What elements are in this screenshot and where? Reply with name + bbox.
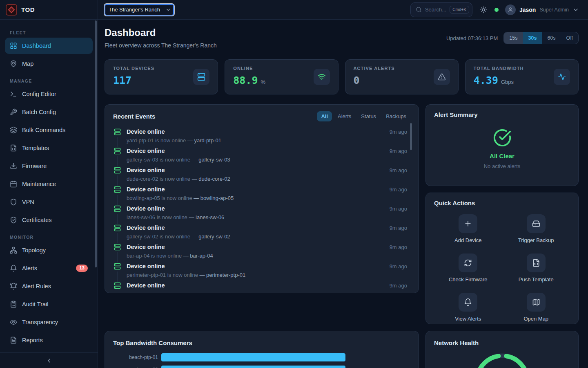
quick-action-push-template[interactable]: Push Template (502, 254, 570, 283)
event-title: Device online (127, 224, 384, 232)
quick-action-check-firmware[interactable]: Check Firmware (434, 254, 502, 283)
event-row[interactable]: Device onlinegallery-sw-02 is now online… (113, 224, 407, 240)
sidebar-item-map[interactable]: Map (5, 56, 93, 72)
sidebar-collapse-button[interactable] (0, 352, 98, 368)
global-search[interactable]: Search... Cmd+K (410, 2, 472, 17)
file-text-icon (10, 337, 17, 344)
site-selector-wrap: The Stranger's Ranch (105, 4, 174, 16)
events-tab-alerts[interactable]: Alerts (334, 111, 355, 121)
refresh-option-60s[interactable]: 60s (542, 32, 561, 44)
event-row[interactable]: Device onlineperimeter-ptp-01 is now onl… (113, 263, 407, 278)
sidebar-scrollbar-thumb[interactable] (95, 20, 97, 267)
refresh-option-15s[interactable]: 15s (504, 32, 523, 44)
quick-action-label: Trigger Backup (518, 237, 554, 243)
download-icon (10, 162, 17, 170)
page-header: Dashboard Fleet overview across The Stra… (105, 27, 579, 49)
sidebar-item-certificates[interactable]: Certificates (5, 212, 93, 228)
user-menu[interactable]: Jason Super Admin (505, 4, 579, 15)
network-icon (10, 247, 17, 254)
layout-grid-icon (10, 42, 17, 49)
sidebar-item-reports[interactable]: Reports (5, 332, 93, 348)
event-title: Device online (127, 205, 384, 213)
event-row[interactable]: Device onlinedude-core-02 is now online … (113, 166, 407, 182)
terminal-icon (10, 90, 17, 98)
sidebar-item-bulk-commands[interactable]: Bulk Commands (5, 122, 93, 138)
main-content: Dashboard Fleet overview across The Stra… (98, 20, 588, 368)
content-grid: Recent Events AllAlertsStatusBackups Dev… (105, 104, 579, 368)
theme-toggle-button[interactable] (479, 5, 488, 14)
layers-icon (10, 126, 17, 134)
event-subtitle: lanes-sw-06 is now online — lanes-sw-06 (127, 214, 384, 221)
refresh-option-off[interactable]: Off (561, 32, 578, 44)
server-icon (113, 128, 121, 137)
sidebar-item-alert-rules[interactable]: Alert Rules (5, 278, 93, 294)
sidebar-item-label: Certificates (22, 217, 52, 223)
sidebar-item-label: Bulk Commands (22, 127, 65, 133)
clipboard-list-icon (10, 301, 17, 308)
stat-value: 0 (354, 74, 360, 86)
event-row[interactable]: Device onlinelanes-sw-06 is now online —… (113, 205, 407, 221)
sidebar-item-label: Audit Trail (22, 301, 48, 307)
event-timestamp: 9m ago (390, 205, 407, 221)
quick-action-label: Open Map (523, 316, 548, 322)
quick-action-view-alerts[interactable]: View Alerts (434, 293, 502, 322)
sidebar-section-label: MANAGE (10, 79, 88, 83)
event-timestamp: 9m ago (390, 186, 407, 202)
shield-check-icon (10, 216, 17, 224)
server-icon (113, 186, 121, 195)
quick-actions-grid: Add DeviceTrigger BackupCheck FirmwarePu… (434, 214, 570, 322)
bandwidth-row: beach-ptp-01 (113, 353, 410, 361)
stat-card-total-devices: TOTAL DEVICES117 (105, 59, 218, 94)
events-tab-all[interactable]: All (317, 111, 332, 121)
check-circle-icon (493, 128, 512, 147)
quick-action-trigger-backup[interactable]: Trigger Backup (502, 214, 570, 243)
quick-action-open-map[interactable]: Open Map (502, 293, 570, 322)
sidebar-item-config-editor[interactable]: Config Editor (5, 86, 93, 102)
sidebar-item-audit-trail[interactable]: Audit Trail (5, 296, 93, 312)
events-scrollbar-thumb[interactable] (410, 123, 412, 150)
avatar (505, 4, 516, 15)
search-icon (416, 7, 422, 13)
sidebar-item-templates[interactable]: Templates (5, 140, 93, 156)
bandwidth-title: Top Bandwidth Consumers (113, 339, 192, 346)
sidebar-item-vpn[interactable]: VPN (5, 194, 93, 210)
sidebar-item-label: VPN (22, 199, 34, 205)
event-row[interactable]: Device onlinebowling-ap-05 is now online… (113, 186, 407, 202)
event-row[interactable]: Device online9m ago (113, 282, 407, 291)
site-selector[interactable]: The Stranger's Ranch (105, 4, 174, 16)
plus-icon (459, 214, 477, 233)
quick-action-label: Push Template (519, 276, 554, 283)
right-column: Alert Summary All Clear No active alerts… (425, 104, 579, 324)
map-icon (527, 293, 546, 312)
events-tab-status[interactable]: Status (357, 111, 380, 121)
sidebar-item-topology[interactable]: Topology (5, 242, 93, 258)
quick-action-add-device[interactable]: Add Device (434, 214, 502, 243)
events-tab-backups[interactable]: Backups (382, 111, 410, 121)
file-code-icon (10, 144, 17, 152)
bandwidth-bar (161, 353, 345, 361)
chevron-down-icon (572, 7, 579, 13)
event-row[interactable]: Device onlinegallery-sw-03 is now online… (113, 147, 407, 163)
sidebar-item-firmware[interactable]: Firmware (5, 158, 93, 174)
refresh-option-30s[interactable]: 30s (523, 32, 542, 44)
alert-triangle-icon (434, 69, 450, 85)
app-name: TOD (21, 6, 35, 13)
stat-card-online: ONLINE88.9% (225, 59, 338, 94)
sidebar-item-alerts[interactable]: Alerts13 (5, 260, 93, 276)
event-subtitle: gallery-sw-03 is now online — gallery-sw… (127, 156, 384, 163)
stat-label: ONLINE (233, 66, 265, 71)
sidebar-item-label: Firmware (22, 163, 47, 169)
sidebar-item-batch-config[interactable]: Batch Config (5, 104, 93, 120)
bell-icon (459, 293, 477, 312)
sidebar-item-maintenance[interactable]: Maintenance (5, 176, 93, 192)
stat-unit: Gbps (501, 79, 514, 85)
sidebar-item-dashboard[interactable]: Dashboard (5, 38, 93, 54)
sidebar-item-transparency[interactable]: Transparency (5, 314, 93, 330)
stat-label: TOTAL BANDWIDTH (474, 66, 524, 71)
stat-card-active-alerts: ACTIVE ALERTS0 (345, 59, 459, 94)
event-row[interactable]: Device onlinebar-ap-04 is now online — b… (113, 243, 407, 259)
event-row[interactable]: Device onlineyard-ptp-01 is now online —… (113, 128, 407, 144)
bell-icon (10, 265, 17, 272)
topbar: TOD The Stranger's Ranch Search... Cmd+K… (0, 0, 588, 20)
event-timestamp: 9m ago (390, 128, 407, 144)
